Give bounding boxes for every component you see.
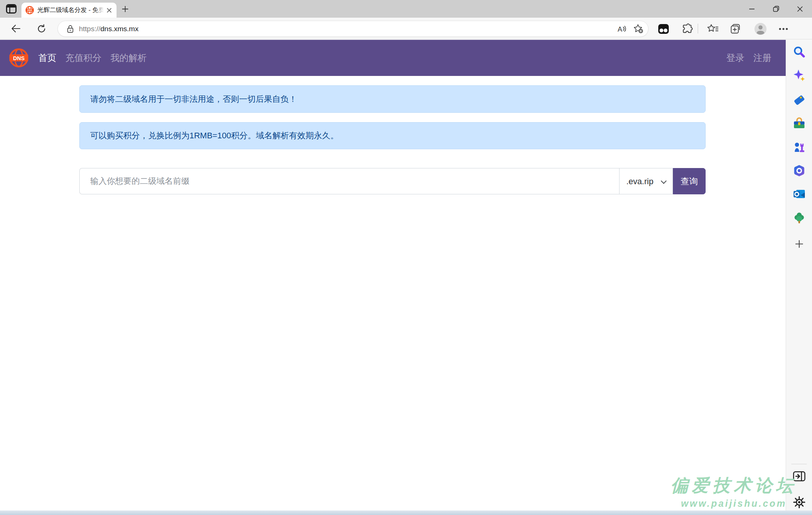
auth-links: 登录 注册	[726, 52, 771, 64]
points-info-alert: 可以购买积分，兑换比例为1RMB=100积分。域名解析有效期永久。	[79, 122, 706, 149]
url-text: https://dns.xms.mx	[79, 25, 615, 33]
login-link[interactable]: 登录	[726, 52, 744, 64]
browser-tab[interactable]: DNS 光辉二级域名分发 - 免费二级域名	[21, 3, 117, 18]
lock-icon	[67, 25, 74, 33]
back-icon[interactable]	[8, 21, 23, 36]
nav-link-home[interactable]: 首页	[38, 52, 56, 64]
sidebar-shopping-icon[interactable]	[792, 93, 806, 107]
tab-close-icon[interactable]	[105, 6, 114, 15]
address-bar[interactable]: https://dns.xms.mx A	[58, 21, 648, 37]
refresh-icon[interactable]	[34, 21, 49, 36]
tab-strip: DNS 光辉二级域名分发 - 免费二级域名	[0, 0, 812, 18]
points-info-alert-text: 可以购买积分，兑换比例为1RMB=100积分。域名解析有效期永久。	[90, 130, 339, 141]
minimize-button[interactable]	[740, 0, 764, 18]
warning-alert: 请勿将二级域名用于一切非法用途，否则一切后果自负！	[79, 85, 706, 113]
toolbar-divider	[698, 24, 698, 33]
warning-alert-text: 请勿将二级域名用于一切非法用途，否则一切后果自负！	[90, 94, 297, 105]
collections-icon[interactable]	[728, 21, 743, 36]
sidebar-games-icon[interactable]	[792, 140, 806, 154]
web-page: DNS 首页 充值积分 我的解析 登录 注册 请勿将二级域名用于一切非法用途，否…	[0, 40, 786, 510]
restore-button[interactable]	[764, 0, 788, 18]
browser-essentials-icon[interactable]	[656, 21, 671, 36]
sidebar-outlook-icon[interactable]	[792, 187, 806, 201]
register-link[interactable]: 注册	[753, 52, 771, 64]
bottom-edge-strip	[0, 510, 812, 515]
sidebar-copilot-icon[interactable]	[792, 69, 806, 82]
site-favicon-icon: DNS	[26, 6, 34, 14]
tab-title: 光辉二级域名分发 - 免费二级域名	[37, 6, 104, 14]
read-aloud-icon[interactable]: A	[615, 22, 629, 36]
favorites-icon[interactable]	[705, 21, 720, 36]
sidebar-tools-icon[interactable]	[792, 117, 806, 130]
svg-text:DNS: DNS	[27, 9, 32, 11]
sidebar-add-icon[interactable]	[792, 237, 806, 251]
settings-more-icon[interactable]	[776, 21, 791, 36]
url-host: dns.xms.mx	[100, 25, 138, 33]
tab-actions-menu-icon[interactable]	[6, 4, 17, 14]
browser-window: DNS 光辉二级域名分发 - 免费二级域名	[0, 0, 812, 515]
new-tab-icon[interactable]	[120, 4, 130, 14]
add-favorite-icon[interactable]	[632, 22, 645, 36]
sidebar-collapse-icon[interactable]	[792, 470, 806, 483]
svg-text:DNS: DNS	[13, 55, 25, 61]
tld-select[interactable]: .eva.rip	[620, 168, 673, 194]
sidebar-settings-gear-icon[interactable]	[792, 495, 806, 509]
domain-prefix-input[interactable]	[79, 168, 619, 194]
edge-sidebar	[786, 40, 812, 510]
site-logo-icon[interactable]: DNS	[9, 48, 29, 68]
window-controls	[740, 0, 812, 18]
sidebar-tree-icon[interactable]	[792, 211, 806, 225]
sidebar-divider	[791, 464, 807, 464]
url-scheme: https://	[79, 25, 100, 33]
extensions-puzzle-icon[interactable]	[680, 21, 695, 36]
sidebar-microsoft365-icon[interactable]	[792, 164, 806, 177]
domain-search-group: .eva.rip 查询	[79, 168, 706, 194]
browser-toolbar: https://dns.xms.mx A	[0, 18, 812, 39]
tld-select-wrap: .eva.rip	[619, 168, 673, 194]
profile-avatar[interactable]	[753, 21, 768, 36]
query-button[interactable]: 查询	[673, 168, 706, 194]
close-window-button[interactable]	[788, 0, 812, 18]
svg-text:A: A	[618, 26, 622, 33]
sidebar-search-icon[interactable]	[792, 45, 806, 59]
main-container: 请勿将二级域名用于一切非法用途，否则一切后果自负！ 可以购买积分，兑换比例为1R…	[79, 40, 706, 474]
